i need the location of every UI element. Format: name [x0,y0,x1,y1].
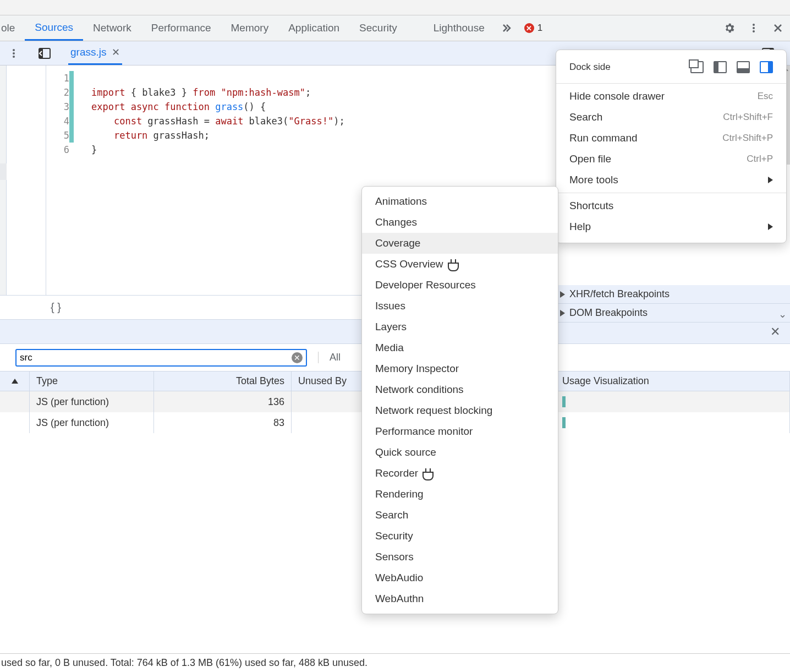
sort-column[interactable] [0,371,30,391]
submenu-network-request-blocking[interactable]: Network request blocking [362,400,558,421]
menu-help[interactable]: Help [556,216,786,237]
submenu-rendering[interactable]: Rendering [362,484,558,505]
menu-item-shortcut: Esc [758,91,773,102]
chevron-down-icon[interactable]: ⌄ [778,308,787,320]
coverage-filter-input[interactable] [20,352,292,363]
tab-lighthouse[interactable]: Lighthouse [424,15,495,41]
cell-type: JS (per function) [30,412,154,433]
menu-run-command[interactable]: Run command Ctrl+Shift+P [556,128,786,149]
submenu-label: Network conditions [375,384,464,396]
submenu-label: Changes [375,216,417,228]
svg-point-5 [13,56,15,58]
tab-sources[interactable]: Sources [25,15,83,41]
coverage-filter-field[interactable]: ✕ [15,349,307,367]
line-number: 4 [46,114,69,128]
tab-performance[interactable]: Performance [141,15,221,41]
error-badge[interactable]: ✕ 1 [524,23,542,34]
submenu-label: Media [375,342,404,354]
close-drawer-icon[interactable]: ✕ [770,325,780,339]
file-tab-grass-js[interactable]: grass.js ✕ [68,41,122,65]
submenu-recorder[interactable]: Recorder [362,463,558,484]
submenu-sensors[interactable]: Sensors [362,547,558,567]
experimental-flask-icon [423,468,431,478]
error-count: 1 [537,23,542,34]
submenu-layers[interactable]: Layers [362,316,558,337]
submenu-label: Animations [375,195,427,207]
submenu-label: Recorder [375,467,418,479]
svg-point-0 [753,24,755,26]
submenu-search[interactable]: Search [362,505,558,526]
submenu-label: CSS Overview [375,258,443,270]
xhr-breakpoints-section[interactable]: XHR/fetch Breakpoints [553,285,790,304]
submenu-developer-resources[interactable]: Developer Resources [362,275,558,296]
line-number: 3 [46,100,69,114]
menu-shortcuts[interactable]: Shortcuts [556,195,786,216]
usage-bar [562,396,566,407]
header-type[interactable]: Type [30,371,154,391]
submenu-label: WebAudio [375,572,423,584]
submenu-webaudio[interactable]: WebAudio [362,567,558,588]
close-devtools-icon[interactable] [769,19,787,37]
submenu-css-overview[interactable]: CSS Overview [362,254,558,275]
submenu-coverage[interactable]: Coverage [362,233,558,254]
close-file-tab-icon[interactable]: ✕ [112,46,120,58]
dock-bottom-icon[interactable] [737,61,750,73]
header-total-bytes[interactable]: Total Bytes [154,371,292,391]
cell-type: JS (per function) [30,391,154,412]
submenu-label: Sensors [375,551,414,563]
submenu-label: Performance monitor [375,425,473,438]
submenu-changes[interactable]: Changes [362,212,558,233]
submenu-performance-monitor[interactable]: Performance monitor [362,421,558,442]
menu-open-file[interactable]: Open file Ctrl+P [556,149,786,170]
expand-triangle-icon [560,310,565,316]
submenu-label: Coverage [375,237,420,249]
more-tabs-chevron-icon[interactable] [498,19,515,37]
tab-security[interactable]: Security [349,15,407,41]
dock-undock-icon[interactable] [690,61,704,73]
dock-left-icon[interactable] [714,61,727,73]
code-token: "npm:hash-wasm" [215,87,305,98]
file-tab-label: grass.js [70,46,106,58]
more-tools-submenu: Animations Changes Coverage CSS Overview… [361,186,558,614]
settings-gear-icon[interactable] [721,19,738,37]
coverage-status-bar: used so far, 0 B unused. Total: 764 kB o… [0,653,790,672]
menu-hide-console-drawer[interactable]: Hide console drawer Esc [556,86,786,107]
submenu-webauthn[interactable]: WebAuthn [362,588,558,609]
kebab-menu-icon[interactable] [745,19,762,37]
submenu-memory-inspector[interactable]: Memory Inspector [362,358,558,379]
submenu-quick-source[interactable]: Quick source [362,442,558,463]
cell-total-bytes: 136 [154,391,292,412]
clear-filter-icon[interactable]: ✕ [292,352,303,363]
cell-total-bytes: 83 [154,412,292,433]
submenu-label: WebAuthn [375,593,424,605]
submenu-media[interactable]: Media [362,337,558,358]
submenu-issues[interactable]: Issues [362,296,558,316]
line-number-gutter: 1 2 3 4 5 6 [46,65,75,295]
dock-right-icon[interactable] [760,61,773,73]
submenu-security[interactable]: Security [362,526,558,547]
code-token: return [91,130,147,141]
tab-application[interactable]: Application [278,15,349,41]
section-label: XHR/fetch Breakpoints [569,288,670,300]
menu-more-tools[interactable]: More tools [556,170,786,190]
tab-console-partial[interactable]: ole [0,15,25,41]
left-edge-stub [0,65,7,295]
code-token: import [91,87,125,98]
submenu-network-conditions[interactable]: Network conditions [362,379,558,400]
menu-item-shortcut: Ctrl+P [747,154,773,165]
menu-search[interactable]: Search Ctrl+Shift+F [556,107,786,128]
devtools-tabstrip: ole Sources Network Performance Memory A… [0,15,790,41]
code-token: const [91,116,142,127]
submenu-label: Search [375,509,408,521]
submenu-animations[interactable]: Animations [362,191,558,212]
code-token: blake3( [243,116,288,127]
dom-breakpoints-section[interactable]: DOM Breakpoints ⌄ [553,304,790,323]
header-usage-viz[interactable]: Usage Visualization [556,371,790,391]
filter-type-all[interactable]: All [318,352,341,363]
tab-memory[interactable]: Memory [221,15,279,41]
tab-network[interactable]: Network [83,15,141,41]
menu-item-shortcut: Ctrl+Shift+F [723,112,773,123]
toggle-navigator-icon[interactable] [35,44,54,63]
sources-kebab-icon[interactable] [0,48,28,59]
submenu-label: Quick source [375,446,436,458]
